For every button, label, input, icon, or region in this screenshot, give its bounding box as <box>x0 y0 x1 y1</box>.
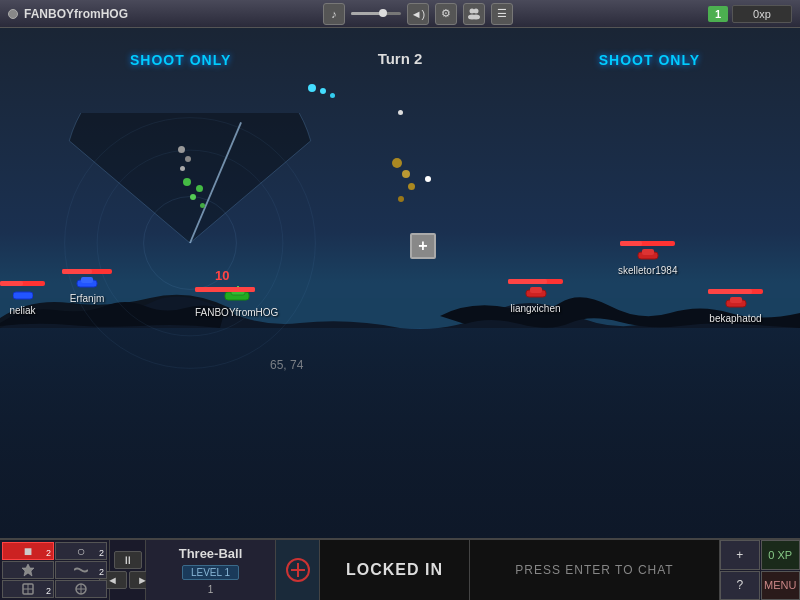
beka-name-label: bekaphatod <box>708 313 763 324</box>
erfanjm-hp-fill <box>62 269 92 274</box>
fanboy-name-label: FANBOYfromHOG <box>195 307 278 318</box>
projectile-dot <box>392 158 402 168</box>
skelletor-name-label: skelletor1984 <box>618 265 677 276</box>
locked-in-area: LOCKED IN <box>320 540 470 600</box>
chat-area[interactable]: PRESS ENTER TO CHAT <box>470 540 720 600</box>
fanboy-hp-fill <box>195 287 255 292</box>
neliak-tank <box>13 287 33 301</box>
projectile-dot <box>180 166 185 171</box>
liang-tank <box>525 285 547 299</box>
weapon-icon-5 <box>21 582 35 596</box>
svg-rect-5 <box>0 328 800 538</box>
level-box: 1 <box>708 6 728 22</box>
weapon-count-1: 2 <box>46 548 51 558</box>
weapon-slot-4[interactable]: 2 <box>55 561 107 579</box>
bottom-hud: ■ 2 ○ 2 2 2 <box>0 538 800 600</box>
svg-rect-14 <box>81 277 93 283</box>
projectile-dot <box>196 185 203 192</box>
weapon-count-2: 2 <box>99 548 104 558</box>
weapon-name-area: Three-Ball LEVEL 1 1 <box>146 540 276 600</box>
volume-control[interactable] <box>351 12 401 15</box>
window-title: FANBOYfromHOG <box>24 7 128 21</box>
help-button[interactable]: ? <box>720 571 760 601</box>
xp-bar: 1 0xp <box>708 5 792 23</box>
weapon-icon-4 <box>74 565 88 575</box>
weapon-slot-1[interactable]: ■ 2 <box>2 542 54 560</box>
projectile-dot <box>308 84 316 92</box>
music-icon[interactable]: ♪ <box>323 3 345 25</box>
beka-hp-fill <box>708 289 752 294</box>
plus-button[interactable]: + <box>720 540 760 570</box>
settings-icon[interactable]: ⚙ <box>435 3 457 25</box>
erfanjm-tank <box>76 275 98 289</box>
skelletor-hp-bar <box>620 241 675 246</box>
svg-rect-17 <box>530 287 542 293</box>
weapon-icon-2: ○ <box>77 543 85 559</box>
player-erfanjm: Erfanjm <box>62 268 112 304</box>
projectile-dot <box>320 88 326 94</box>
weapon-slot-6[interactable] <box>55 580 107 598</box>
projectile-dot <box>183 178 191 186</box>
weapon-count-4: 2 <box>99 567 104 577</box>
volume-knob[interactable] <box>379 9 387 17</box>
weapon-level-num: 1 <box>208 584 214 595</box>
svg-rect-21 <box>730 297 742 303</box>
game-area: SHOOT ONLY SHOOT ONLY Turn 2 + FANBOYfro… <box>0 28 800 538</box>
crate-box: + <box>410 233 436 259</box>
fanboy-hp-bar <box>195 287 255 292</box>
svg-point-1 <box>474 8 479 13</box>
beka-hp-bar <box>708 289 763 294</box>
shoot-only-left: SHOOT ONLY <box>130 52 231 68</box>
xp-button[interactable]: 0 XP <box>761 540 801 570</box>
weapon-slot-5[interactable]: 2 <box>2 580 54 598</box>
projectile-dot <box>425 176 431 182</box>
liang-hp-fill <box>508 279 547 284</box>
menu-button[interactable]: MENU <box>761 571 801 601</box>
erfanjm-name-label: Erfanjm <box>62 293 112 304</box>
locked-in-label: LOCKED IN <box>346 561 443 579</box>
damage-number: 10 <box>215 268 229 283</box>
xp-display: 0xp <box>732 5 792 23</box>
player-liang: liangxichen <box>508 278 563 314</box>
projectile-dot <box>330 93 335 98</box>
players-icon[interactable] <box>463 3 485 25</box>
pause-btn[interactable]: ⏸ <box>114 551 142 569</box>
shoot-only-right: SHOOT ONLY <box>599 52 700 68</box>
projectile-dot <box>398 110 403 115</box>
crate-cross-icon: + <box>418 238 427 254</box>
svg-point-3 <box>472 14 480 19</box>
volume-icon[interactable]: ◄) <box>407 3 429 25</box>
weapon-icon-1: ■ <box>24 543 32 559</box>
projectile-dot <box>178 146 185 153</box>
liang-name-label: liangxichen <box>508 303 563 314</box>
player-beka: bekaphatod <box>708 288 763 324</box>
beka-tank <box>725 295 747 309</box>
skelletor-hp-fill <box>620 241 642 246</box>
player-fanboy-label <box>195 286 255 293</box>
projectile-dot <box>398 196 404 202</box>
volume-fill <box>351 12 381 15</box>
weapon-slot-3[interactable] <box>2 561 54 579</box>
list-icon[interactable]: ☰ <box>491 3 513 25</box>
nav-arrows: ⏸ ◄ ► <box>110 540 146 600</box>
neliak-hp-bar <box>0 281 45 286</box>
erfanjm-hp-bar <box>62 269 112 274</box>
window-dot <box>8 9 18 19</box>
health-crate: + <box>410 233 438 261</box>
weapon-slot-2[interactable]: ○ 2 <box>55 542 107 560</box>
weapon-count-5: 2 <box>46 586 51 596</box>
projectile-dot <box>200 203 205 208</box>
liang-hp-bar <box>508 279 563 284</box>
crosshair-button[interactable] <box>276 540 320 600</box>
press-enter-label: PRESS ENTER TO CHAT <box>515 563 673 577</box>
svg-marker-22 <box>22 564 34 576</box>
projectile-dot <box>190 194 196 200</box>
coordinates-display: 65, 74 <box>270 358 303 372</box>
neliak-hp-fill <box>0 281 23 286</box>
crosshair-icon <box>286 558 310 582</box>
projectile-dot <box>402 170 410 178</box>
svg-rect-15 <box>13 292 33 299</box>
weapon-icon-3 <box>21 563 35 577</box>
terrain-svg <box>0 28 800 538</box>
weapon-slots: ■ 2 ○ 2 2 2 <box>0 540 110 600</box>
